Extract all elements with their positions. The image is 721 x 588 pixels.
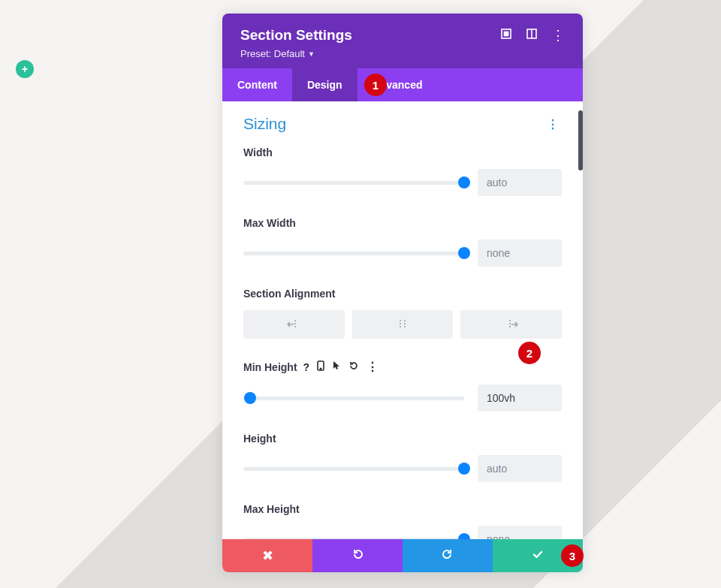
height-slider[interactable] xyxy=(243,463,464,474)
height-label: Height xyxy=(243,433,562,445)
min-height-kebab-icon[interactable]: ⋮ xyxy=(367,360,379,374)
min-height-label: Min Height xyxy=(243,361,297,373)
max-width-value[interactable]: none xyxy=(478,240,562,267)
help-icon[interactable]: ? xyxy=(303,361,310,373)
max-height-slider[interactable] xyxy=(243,534,464,539)
close-icon: ✖ xyxy=(262,547,273,564)
annotation-badge-1: 1 xyxy=(364,74,387,96)
redo-icon xyxy=(441,547,454,565)
plus-icon: + xyxy=(22,63,28,75)
caret-down-icon: ▼ xyxy=(308,50,315,58)
hover-icon[interactable] xyxy=(332,360,341,373)
width-slider[interactable] xyxy=(243,177,464,188)
min-height-control: Min Height ? ⋮ xyxy=(243,360,562,412)
width-value[interactable]: auto xyxy=(478,169,562,196)
tab-content[interactable]: Content xyxy=(222,68,292,101)
svg-rect-1 xyxy=(505,32,508,36)
modal-title: Section Settings xyxy=(240,27,500,44)
max-height-value[interactable]: none xyxy=(478,526,562,539)
annotation-badge-3: 3 xyxy=(561,544,584,567)
expand-icon[interactable] xyxy=(500,28,512,43)
device-icon[interactable] xyxy=(317,360,324,373)
sizing-kebab-icon[interactable]: ⋮ xyxy=(544,117,562,131)
svg-point-9 xyxy=(320,368,321,369)
annotation-badge-2: 2 xyxy=(518,342,541,364)
modal-footer: ✖ xyxy=(222,539,583,572)
redo-button[interactable] xyxy=(403,539,493,572)
modal-body: Sizing ⋮ Width auto Max Width non xyxy=(222,101,583,539)
align-right-button[interactable] xyxy=(460,310,562,339)
alignment-control: Section Alignment xyxy=(243,288,562,339)
sizing-section-title: Sizing xyxy=(243,115,544,133)
add-section-button[interactable]: + xyxy=(16,60,34,78)
max-height-label: Max Height xyxy=(243,503,562,515)
align-left-button[interactable] xyxy=(243,310,345,339)
max-width-control: Max Width none xyxy=(243,217,562,267)
tab-design[interactable]: Design xyxy=(292,68,357,101)
close-button[interactable]: ✖ xyxy=(222,539,312,572)
min-height-slider[interactable] xyxy=(243,393,464,403)
max-width-slider[interactable] xyxy=(243,248,464,258)
section-settings-modal: Section Settings ⋮ Preset: Default ▼ Con… xyxy=(222,14,583,572)
tab-bar: Content Design Advanced xyxy=(222,68,583,101)
min-height-value[interactable]: 100vh xyxy=(478,384,562,412)
height-value[interactable]: auto xyxy=(478,455,562,482)
width-control: Width auto xyxy=(243,146,562,196)
height-control: Height auto xyxy=(243,433,562,482)
modal-header: Section Settings ⋮ Preset: Default ▼ xyxy=(222,14,583,68)
undo-button[interactable] xyxy=(312,539,403,572)
max-height-control: Max Height none xyxy=(243,503,562,539)
preset-selector[interactable]: Preset: Default ▼ xyxy=(240,48,565,59)
reset-icon[interactable] xyxy=(348,360,359,373)
align-center-button[interactable] xyxy=(352,310,454,339)
kebab-icon[interactable]: ⋮ xyxy=(551,31,565,40)
scrollbar-thumb[interactable] xyxy=(578,110,583,170)
check-icon xyxy=(531,547,545,565)
undo-icon xyxy=(351,547,364,565)
max-width-label: Max Width xyxy=(243,217,562,229)
width-label: Width xyxy=(243,146,562,158)
alignment-label: Section Alignment xyxy=(243,288,562,300)
snap-icon[interactable] xyxy=(526,28,538,43)
